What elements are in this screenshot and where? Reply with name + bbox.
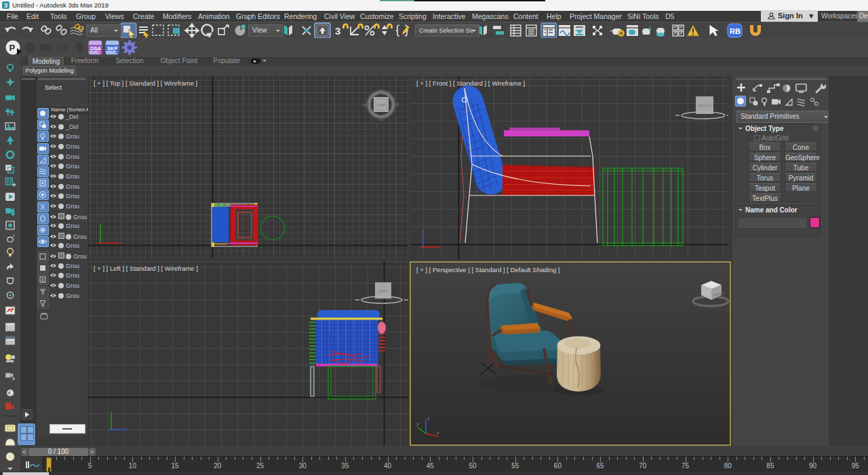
svg-text:S: S (379, 116, 382, 122)
svg-text:y: y (416, 421, 419, 427)
svg-text:W: W (362, 102, 368, 108)
svg-text:RB: RB (730, 27, 741, 35)
svg-text:x: x (437, 430, 439, 435)
svg-text:SKP: SKP (107, 45, 117, 52)
svg-text:FRONT: FRONT (713, 292, 725, 297)
svg-text:LEFT: LEFT (378, 289, 389, 293)
svg-text:P: P (9, 43, 16, 53)
svg-text:3: 3 (335, 25, 340, 37)
svg-text:E: E (41, 278, 45, 282)
svg-text:DSA: DSA (90, 45, 101, 52)
svg-text:FRONT: FRONT (698, 104, 712, 108)
svg-text:N: N (379, 88, 383, 94)
svg-text:E: E (396, 102, 399, 108)
svg-text:z: z (427, 416, 430, 421)
svg-text:TOP: TOP (377, 103, 385, 107)
